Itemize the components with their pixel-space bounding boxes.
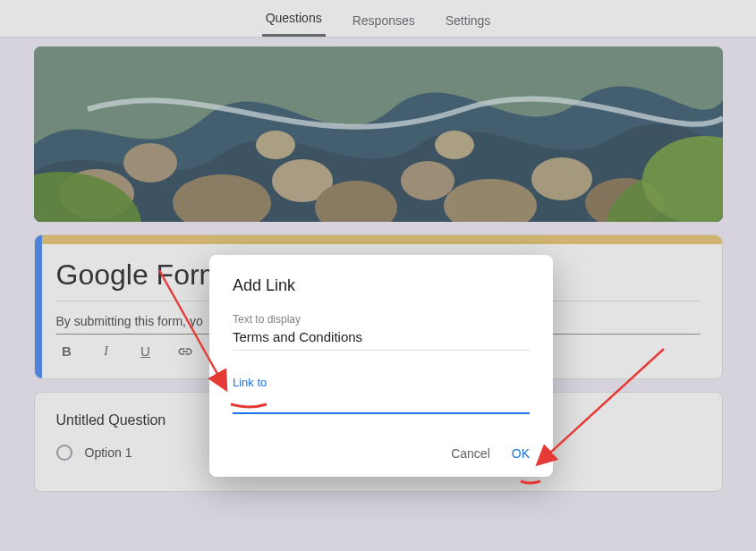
link-to-input[interactable]	[233, 389, 530, 414]
svg-point-6	[401, 161, 454, 200]
add-link-dialog: Add Link Text to display Link to Cancel …	[209, 255, 553, 477]
svg-point-11	[435, 131, 474, 159]
radio-icon	[56, 445, 72, 461]
underline-icon[interactable]: U	[137, 343, 155, 359]
dialog-actions: Cancel OK	[233, 446, 530, 461]
tabbar: Questions Responses Settings	[0, 0, 756, 38]
question-option-label: Option 1	[85, 445, 132, 460]
text-to-display-input[interactable]	[233, 326, 530, 351]
link-icon[interactable]	[176, 343, 194, 359]
tab-questions[interactable]: Questions	[262, 0, 326, 37]
italic-icon[interactable]: I	[98, 343, 115, 359]
svg-point-2	[123, 143, 177, 182]
ok-button[interactable]: OK	[512, 446, 530, 461]
link-to-label: Link to	[233, 376, 530, 389]
svg-point-10	[256, 131, 295, 159]
svg-point-8	[531, 157, 592, 200]
tab-responses[interactable]: Responses	[349, 3, 419, 37]
form-header-image	[34, 47, 723, 222]
cancel-button[interactable]: Cancel	[451, 446, 490, 461]
tab-settings[interactable]: Settings	[442, 3, 495, 37]
text-to-display-label: Text to display	[233, 313, 530, 326]
dialog-title: Add Link	[233, 276, 530, 295]
bold-icon[interactable]: B	[58, 343, 76, 359]
